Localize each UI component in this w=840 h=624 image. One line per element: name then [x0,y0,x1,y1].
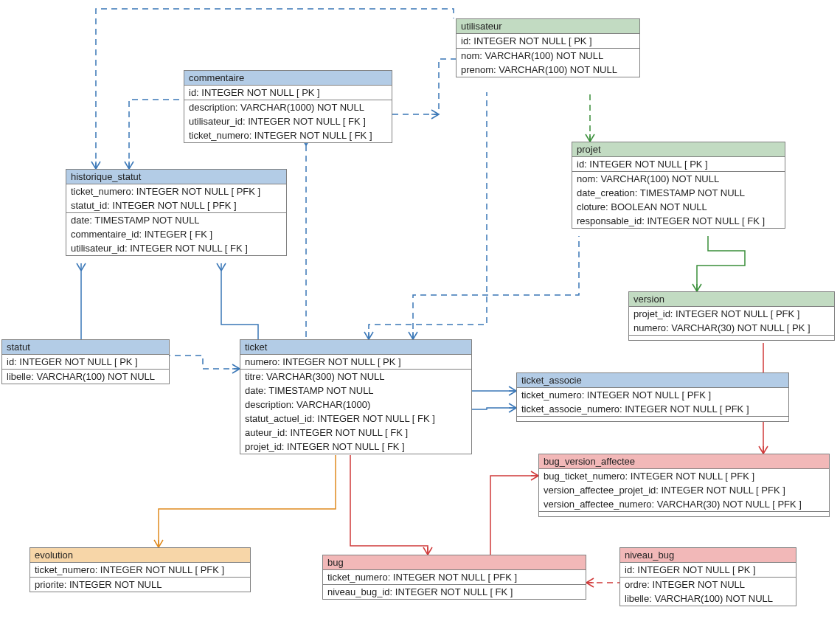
entity-pk-row: numero: VARCHAR(30) NOT NULL [ PK ] [629,321,834,335]
entity-version: version projet_id: INTEGER NOT NULL [ PF… [628,291,835,341]
entity-title: ticket_associe [517,373,788,388]
entity-title: evolution [30,548,250,563]
entity-attr-row: cloture: BOOLEAN NOT NULL [572,200,785,214]
entity-bug: bug ticket_numero: INTEGER NOT NULL [ PF… [322,555,586,600]
entity-attr-row: date: TIMESTAMP NOT NULL [240,384,471,398]
entity-pk-row: ticket_numero: INTEGER NOT NULL [ PFK ] [30,563,250,577]
entity-title: commentaire [184,71,392,86]
entity-pk-row: ticket_numero: INTEGER NOT NULL [ PFK ] [323,570,586,584]
entity-pk-row: id: INTEGER NOT NULL [ PK ] [184,86,392,100]
entity-pk-row: id: INTEGER NOT NULL [ PK ] [620,563,796,577]
entity-attr-row: projet_id: INTEGER NOT NULL [ FK ] [240,440,471,454]
entity-title: version [629,292,834,307]
entity-attr-row: utilisateur_id: INTEGER NOT NULL [ FK ] [184,114,392,128]
entity-attr-row: date: TIMESTAMP NOT NULL [66,213,286,227]
entity-niveau-bug: niveau_bug id: INTEGER NOT NULL [ PK ] o… [619,547,796,606]
entity-pk-row: id: INTEGER NOT NULL [ PK ] [457,34,639,48]
entity-pk-row: ticket_numero: INTEGER NOT NULL [ PFK ] [66,184,286,198]
entity-ticket-associe: ticket_associe ticket_numero: INTEGER NO… [516,372,789,422]
entity-title: projet [572,142,785,157]
entity-attr-row: ordre: INTEGER NOT NULL [620,578,796,592]
entity-attr-row: titre: VARCHAR(300) NOT NULL [240,370,471,384]
entity-ticket: ticket numero: INTEGER NOT NULL [ PK ] t… [240,339,472,454]
entity-attr-row: date_creation: TIMESTAMP NOT NULL [572,186,785,200]
entity-title: utilisateur [457,19,639,34]
entity-attr-row: responsable_id: INTEGER NOT NULL [ FK ] [572,214,785,228]
entity-title: historique_statut [66,170,286,184]
entity-pk-row: statut_id: INTEGER NOT NULL [ PFK ] [66,198,286,212]
entity-title: statut [2,340,169,355]
entity-attr-row: libelle: VARCHAR(100) NOT NULL [2,370,169,384]
entity-attr-row: description: VARCHAR(1000) NOT NULL [184,100,392,114]
entity-attr-row: priorite: INTEGER NOT NULL [30,578,250,592]
entity-title: bug_version_affectee [539,454,829,469]
entity-evolution: evolution ticket_numero: INTEGER NOT NUL… [29,547,251,592]
entity-historique-statut: historique_statut ticket_numero: INTEGER… [66,169,287,256]
entity-title: bug [323,555,586,570]
entity-pk-row: ticket_numero: INTEGER NOT NULL [ PFK ] [517,388,788,402]
entity-pk-row: ticket_associe_numero: INTEGER NOT NULL … [517,402,788,416]
entity-attr-row: auteur_id: INTEGER NOT NULL [ FK ] [240,426,471,440]
entity-pk-row: id: INTEGER NOT NULL [ PK ] [572,157,785,171]
entity-bug-version-affectee: bug_version_affectee bug_ticket_numero: … [538,454,830,517]
entity-attr-row: nom: VARCHAR(100) NOT NULL [572,172,785,186]
entity-pk-row: bug_ticket_numero: INTEGER NOT NULL [ PF… [539,469,829,483]
entity-pk-row: projet_id: INTEGER NOT NULL [ PFK ] [629,307,834,321]
entity-title: ticket [240,340,471,355]
entity-title: niveau_bug [620,548,796,563]
entity-attr-row: statut_actuel_id: INTEGER NOT NULL [ FK … [240,412,471,426]
entity-pk-row: version_affectee_projet_id: INTEGER NOT … [539,483,829,497]
entity-attr-row: nom: VARCHAR(100) NOT NULL [457,49,639,63]
entity-attr-row: description: VARCHAR(1000) [240,398,471,412]
entity-pk-row: numero: INTEGER NOT NULL [ PK ] [240,355,471,369]
entity-commentaire: commentaire id: INTEGER NOT NULL [ PK ] … [184,70,392,143]
entity-attr-row: utilisateur_id: INTEGER NOT NULL [ FK ] [66,241,286,255]
entity-projet: projet id: INTEGER NOT NULL [ PK ] nom: … [572,142,785,229]
entity-utilisateur: utilisateur id: INTEGER NOT NULL [ PK ] … [456,18,640,77]
entity-attr-row: libelle: VARCHAR(100) NOT NULL [620,592,796,606]
entity-attr-row: niveau_bug_id: INTEGER NOT NULL [ FK ] [323,585,586,599]
entity-attr-row: ticket_numero: INTEGER NOT NULL [ FK ] [184,128,392,142]
entity-statut: statut id: INTEGER NOT NULL [ PK ] libel… [1,339,170,384]
entity-pk-row: id: INTEGER NOT NULL [ PK ] [2,355,169,369]
entity-pk-row: version_affectee_numero: VARCHAR(30) NOT… [539,497,829,511]
entity-attr-row: prenom: VARCHAR(100) NOT NULL [457,63,639,77]
entity-attr-row: commentaire_id: INTEGER [ FK ] [66,227,286,241]
